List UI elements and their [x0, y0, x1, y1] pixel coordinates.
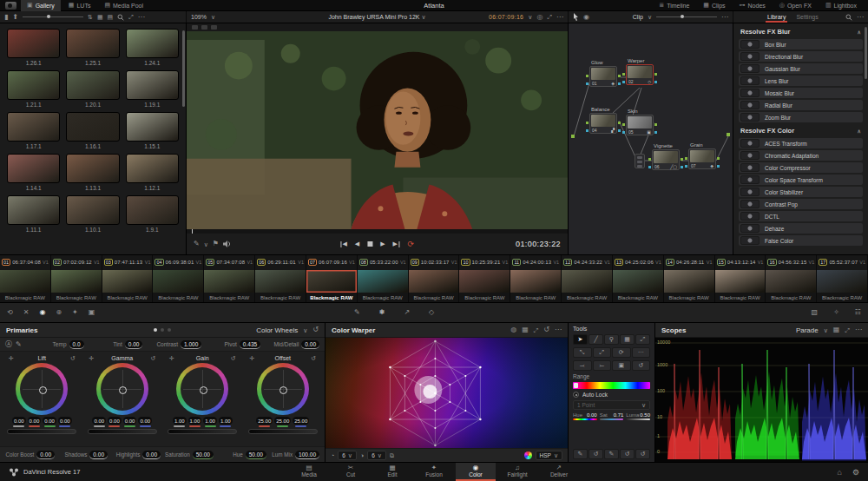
cursor-icon[interactable] — [573, 13, 579, 21]
wipe-mode-icon[interactable] — [201, 25, 207, 30]
timeline-clip[interactable]: 10 10:25:39:21 V1 Blackmagic RAW — [459, 255, 510, 302]
gallery-still[interactable]: 1.24.1 — [126, 29, 179, 67]
gallery-scrollbar[interactable] — [182, 30, 185, 107]
timeline-clip[interactable]: 05 07:34:07:08 V1 Blackmagic RAW — [204, 255, 255, 302]
wheel-value[interactable]: 1.00 — [219, 417, 233, 427]
picker-add-button[interactable]: ✎ — [573, 449, 588, 459]
node-glow[interactable]: Glow 01◈ — [589, 60, 621, 87]
go-to-start-button[interactable]: ◀ — [340, 240, 347, 247]
gallery-options-icon[interactable]: ⋯ — [138, 14, 145, 21]
gallery-still[interactable]: 1.10.1 — [66, 195, 119, 234]
viewer-video-frame[interactable] — [187, 31, 568, 229]
fx-item[interactable]: Color Compressor — [739, 162, 863, 173]
clip-thumbnail[interactable] — [459, 270, 510, 293]
gallery-still-thumbnail[interactable] — [126, 154, 179, 183]
grab-still-icon[interactable]: ⬆ — [12, 14, 18, 21]
grab-node-icon[interactable]: ◉ — [583, 14, 589, 21]
parade-scope[interactable]: 10000 1000 100 10 1 0 — [655, 338, 868, 462]
primary-param[interactable]: Tint 0.00 — [84, 340, 143, 349]
wheel-value[interactable]: 0.00 — [28, 417, 42, 427]
wheel-reset-icon[interactable]: ↺ — [231, 355, 236, 361]
warp-down-right-button[interactable]: ⤚ — [593, 360, 612, 371]
tracker-icon[interactable]: ↗ — [404, 309, 410, 316]
gallery-zoom-slider[interactable] — [23, 16, 83, 17]
page-tab[interactable]: ✂ Cut — [331, 463, 371, 481]
primary-footer-param[interactable]: Saturation 50.00 — [164, 451, 214, 459]
primary-footer-param[interactable]: Highlights 0.00 — [111, 451, 161, 459]
warper-sphere-icon[interactable]: ◍ — [510, 326, 516, 333]
gallery-still[interactable]: 1.11.1 — [7, 195, 60, 234]
gallery-still-thumbnail[interactable] — [7, 29, 60, 58]
wheel-value[interactable]: 25.00 — [274, 417, 291, 427]
fx-item[interactable]: Box Blur — [739, 39, 863, 49]
timeline-clip[interactable]: 12 04:24:33:22 V1 Blackmagic RAW — [562, 255, 613, 302]
wheels-mode-select[interactable]: Color Wheels — [256, 326, 298, 334]
auto-lock-toggle[interactable] — [573, 392, 579, 398]
clip-thumbnail[interactable] — [562, 270, 613, 293]
color-wheels-mode-icon[interactable]: ◉ — [39, 309, 45, 316]
gain-color-wheel[interactable] — [176, 363, 228, 415]
viewer-clip-title[interactable]: John Brawley URSA Mini Pro 12K ∨ — [328, 14, 425, 20]
primary-footer-param[interactable]: Hue 50.00 — [217, 451, 266, 459]
scope-mode-select[interactable]: Parade — [796, 326, 819, 334]
page-tab[interactable]: ♫ Fairlight — [497, 463, 537, 481]
scope-mode-chevron-icon[interactable]: ∨ — [824, 327, 828, 333]
wheel-value[interactable]: 0.00 — [138, 417, 152, 427]
project-settings-icon[interactable]: ⚙ — [852, 468, 859, 477]
clip-thumbnail[interactable] — [255, 270, 306, 293]
timeline-clip[interactable]: 11 04:24:00:13 V1 Blackmagic RAW — [510, 255, 562, 302]
hue-readout[interactable]: Hue0.00 — [573, 412, 597, 420]
warp-more-button[interactable]: ⋯ — [632, 347, 651, 358]
footer-param-value[interactable]: 50.00 — [246, 451, 266, 459]
gallery-still[interactable]: 1.25.1 — [66, 29, 119, 67]
wheel-value[interactable]: 0.00 — [12, 417, 26, 427]
warp-up-right-button[interactable]: ⤢ — [593, 347, 612, 358]
gallery-still[interactable]: 1.16.1 — [66, 112, 119, 150]
wheel-value[interactable]: 25.00 — [256, 417, 273, 427]
audio-mute-icon[interactable] — [223, 240, 232, 247]
panel-toggle-button[interactable]: ▦ LUTs — [62, 0, 97, 11]
gallery-still-thumbnail[interactable] — [66, 70, 119, 100]
fx-item[interactable]: Color Stabilizer — [739, 187, 863, 197]
collapse-icon[interactable]: ∧ — [858, 128, 861, 134]
warper-options-icon[interactable]: ⋯ — [555, 326, 562, 333]
timeline-clip[interactable]: 16 04:56:32:15 V1 Blackmagic RAW — [766, 255, 817, 302]
node-warper[interactable]: Warper 02◇ — [626, 58, 657, 85]
primaries-reset-icon[interactable]: ↺ — [312, 326, 319, 333]
timeline-clip[interactable]: 07 06:07:09:16 V1 Blackmagic RAW — [306, 255, 358, 302]
wheel-reset-icon[interactable]: ↺ — [150, 355, 155, 361]
fx-item[interactable]: Dehaze — [739, 223, 863, 234]
panel-toggle-button[interactable]: ▤ Media Pool — [98, 0, 149, 11]
fx-section-header[interactable]: Resolve FX Color∧ — [733, 124, 868, 136]
clip-thumbnail[interactable] — [715, 270, 766, 293]
motion-effects-icon[interactable]: ▣ — [89, 309, 95, 316]
search-icon[interactable] — [117, 14, 124, 21]
node-grain[interactable]: Grain 07◈ — [688, 142, 720, 169]
fx-item[interactable]: ACES Transform — [739, 138, 863, 148]
warp-up-left-button[interactable]: ⤡ — [573, 347, 592, 358]
warper-expand-icon[interactable]: ⤢ — [534, 327, 539, 333]
clip-thumbnail[interactable] — [664, 270, 715, 293]
timeline-clip[interactable]: 14 04:26:28:11 V1 Blackmagic RAW — [664, 255, 715, 302]
gallery-still[interactable]: 1.21.1 — [7, 70, 60, 109]
primary-footer-param[interactable]: Lum Mix 100.00 — [270, 451, 319, 459]
wheels-mode-chevron-icon[interactable]: ∨ — [303, 327, 307, 333]
gallery-still[interactable]: 1.15.1 — [126, 112, 179, 150]
sat-readout[interactable]: Sat0.71 — [600, 412, 624, 420]
viewer-zoom-chevron-icon[interactable]: ∨ — [211, 14, 215, 20]
gallery-still[interactable]: 1.13.1 — [66, 154, 119, 192]
timeline-clip[interactable]: 13 04:25:02:06 V1 Blackmagic RAW — [613, 255, 664, 302]
timeline-clip[interactable]: 09 10:02:33:17 V1 Blackmagic RAW — [409, 255, 460, 302]
fx-item[interactable]: Radial Blur — [739, 100, 863, 110]
clip-thumbnail[interactable] — [51, 270, 102, 293]
node-zoom-slider[interactable] — [656, 16, 717, 17]
timeline-clip[interactable]: 06 06:29:11:01 V1 Blackmagic RAW — [255, 255, 306, 302]
auto-balance-button[interactable]: Ⓐ — [5, 341, 12, 348]
warper-mesh-area[interactable] — [326, 338, 568, 448]
primary-param-value[interactable]: 0.0 — [69, 340, 84, 349]
node-options-icon[interactable]: ⋯ — [721, 14, 728, 21]
picker-button[interactable]: ✎ — [16, 341, 22, 348]
wipe-mode-icon[interactable] — [192, 25, 198, 30]
footer-param-value[interactable]: 0.00 — [36, 451, 55, 459]
primary-param[interactable]: Pivot 0.435 — [201, 340, 260, 349]
